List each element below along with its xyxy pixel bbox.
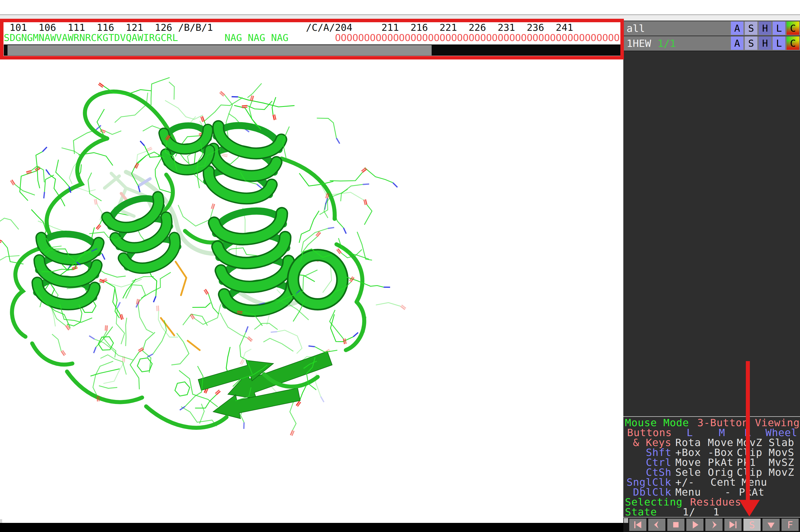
mouse-text: Clip	[737, 468, 762, 477]
step-back-icon	[652, 520, 662, 530]
mouse-text: MovZ	[769, 468, 794, 477]
step-forward-button[interactable]	[705, 519, 723, 531]
step-forward-icon	[709, 520, 719, 530]
object-1HEW-h-button[interactable]: H	[759, 36, 771, 50]
mouse-text: Move	[675, 458, 701, 468]
stop-button[interactable]	[667, 519, 685, 531]
s-button[interactable]: S	[743, 519, 761, 531]
titlebar-strip	[0, 15, 800, 21]
object-row-all[interactable]: allASHLC	[623, 21, 800, 36]
mouse-text: Clip	[737, 448, 762, 458]
mouse-text: MovZ	[737, 438, 762, 448]
mouse-text: CtSh	[646, 468, 672, 477]
play-icon	[690, 520, 700, 530]
object-panel: allASHLC1HEW1/1ASHLC Mouse Mode3-Button …	[623, 21, 800, 517]
object-1HEW-a-button[interactable]: A	[731, 36, 743, 50]
mouse-text: Wheel	[765, 428, 797, 438]
sequence-numbers: 101 106 111 116 121 126 /B/B/1 /C/A/204 …	[4, 22, 620, 33]
object-all-h-button[interactable]: H	[759, 21, 771, 35]
mouse-row-4: CtrlMovePkAtPk1MvSZ	[623, 458, 800, 468]
object-name-label[interactable]: 1HEW	[626, 38, 651, 49]
down-triangle-icon	[766, 520, 777, 530]
pymol-window: 101 106 111 116 121 126 /B/B/1 /C/A/204 …	[0, 0, 800, 532]
mouse-text: PkAt	[708, 458, 733, 468]
playback-control-bar: SF	[623, 517, 800, 532]
mouse-row-9[interactable]: State1/1	[623, 507, 800, 517]
molecule-viewport[interactable]	[0, 59, 623, 523]
object-all-c-button[interactable]: C	[787, 21, 799, 35]
mouse-text: Menu	[742, 477, 767, 487]
mouse-text: Sele	[675, 468, 701, 477]
object-action-buttons: ASHLC	[731, 21, 799, 35]
mouse-text: 1/	[683, 507, 695, 517]
mouse-text: R	[745, 428, 751, 438]
mouse-text: Menu	[675, 487, 701, 497]
mouse-text: Shft	[646, 448, 672, 458]
mouse-text: -	[725, 487, 731, 497]
mouse-text: 3-Button Viewing	[697, 418, 800, 428]
mouse-text: 1	[713, 507, 720, 517]
object-all-l-button[interactable]: L	[772, 21, 785, 35]
skip-end-icon	[728, 520, 738, 530]
object-all-a-button[interactable]: A	[731, 21, 743, 35]
sequence-letters[interactable]: SDGNGMNAWVAWRNRCKGTDVQAWIRGCRL NAG NAG N…	[4, 33, 620, 43]
bottom-status-bar	[0, 523, 623, 532]
object-action-buttons: ASHLC	[731, 36, 799, 50]
f-button[interactable]: F	[782, 519, 799, 531]
mouse-text: -Box	[708, 448, 733, 458]
mouse-text: & Keys	[633, 438, 671, 448]
skip-start-button[interactable]	[629, 519, 647, 531]
object-name-label[interactable]: all	[626, 22, 645, 34]
resize-notch	[0, 519, 2, 523]
mouse-row-6: SnglClk+/-CentMenu	[623, 477, 800, 487]
mouse-text: L	[687, 428, 693, 438]
mouse-row-8[interactable]: SelectingResidues	[623, 497, 800, 507]
mouse-text: MvSZ	[769, 458, 794, 468]
object-row-1HEW[interactable]: 1HEW1/1ASHLC	[623, 36, 800, 51]
skip-end-button[interactable]	[724, 519, 742, 531]
mouse-mode-panel: Mouse Mode3-Button ViewingButtonsLMRWhee…	[623, 418, 800, 517]
mouse-row-7: DblClkMenu-PkAt	[623, 487, 800, 497]
mouse-text: PkAt	[739, 487, 765, 497]
object-1HEW-c-button[interactable]: C	[787, 36, 799, 50]
mouse-text: Mouse Mode	[625, 418, 689, 428]
mouse-text: State	[625, 507, 657, 517]
mouse-text: +Box	[675, 448, 701, 458]
mouse-row-3: Shft+Box-BoxClipMovS	[623, 448, 800, 458]
mouse-text: Ctrl	[646, 458, 672, 468]
sequence-residues[interactable]: SDGNGMNAWVAWRNRCKGTDVQAWIRGCRL NAG NAG N…	[4, 33, 335, 43]
down-triangle-button[interactable]	[762, 519, 780, 531]
mouse-text: SnglClk	[626, 477, 671, 487]
mouse-row-5: CtShSeleOrigClipMovZ	[623, 468, 800, 477]
skip-start-icon	[633, 520, 643, 530]
sequence-scrollbar-track[interactable]	[4, 44, 620, 56]
mouse-text: Rota	[675, 438, 701, 448]
mouse-text: Selecting	[625, 497, 683, 507]
object-state-count: 1/1	[658, 38, 676, 49]
mouse-text: Cent	[710, 477, 736, 487]
mouse-text: DblClk	[633, 487, 671, 497]
mouse-text: Buttons	[627, 428, 672, 438]
mouse-row-1: ButtonsLMRWheel	[623, 428, 800, 438]
mouse-row-2: & KeysRotaMoveMovZSlab	[623, 438, 800, 448]
mouse-text: Orig	[708, 468, 733, 477]
mouse-text: MovS	[769, 448, 794, 458]
stop-icon	[671, 520, 681, 530]
play-button[interactable]	[686, 519, 704, 531]
mouse-text: Residues	[690, 497, 741, 507]
step-back-button[interactable]	[648, 519, 666, 531]
sequence-scrollbar-thumb[interactable]	[7, 45, 432, 55]
object-1HEW-s-button[interactable]: S	[745, 36, 757, 50]
mouse-text: Move	[708, 438, 733, 448]
sequence-waters[interactable]: OOOOOOOOOOOOOOOOOOOOOOOOOOOOOOOOOOOOOOOO…	[335, 33, 620, 43]
panel-grip[interactable]	[624, 518, 628, 523]
mouse-text: M	[719, 428, 725, 438]
mouse-row-0[interactable]: Mouse Mode3-Button Viewing	[623, 418, 800, 428]
mouse-text: Pk1	[737, 458, 756, 468]
mouse-text: +/-	[675, 477, 695, 487]
mouse-text: Slab	[769, 438, 794, 448]
object-1HEW-l-button[interactable]: L	[772, 36, 785, 50]
molecule-render	[0, 59, 410, 520]
object-all-s-button[interactable]: S	[745, 21, 757, 35]
